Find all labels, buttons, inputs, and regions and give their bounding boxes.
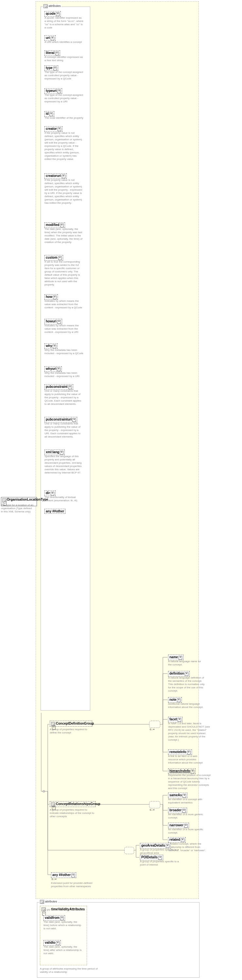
attr-dir[interactable]: dir+ (45, 490, 56, 496)
poidetails-desc: A group of properties specific to a poin… (140, 860, 179, 867)
crg-narrower-desc: An identifier of a more specific concept… (168, 828, 207, 835)
attr-qcode[interactable]: qcode+ (45, 11, 61, 17)
cdg-hierarchyinfo-desc: Represents the position of a concept in … (168, 774, 210, 790)
cdg-definition-desc: A natural language definition of the sem… (168, 676, 207, 692)
geoareadetails-desc: A group of properties specific to a geop… (140, 848, 179, 855)
cdg-note-desc: Additional natural language information … (168, 702, 207, 709)
attr-validfrom[interactable]: validfrom+ (43, 915, 65, 921)
attr-creatoruri-desc: If the property value is not defined, sp… (45, 178, 84, 205)
cdg-facet[interactable]: facet+ (168, 717, 183, 722)
attr-whyuri-desc: Why the metadata has been included - exp… (45, 371, 84, 378)
crg-sameas[interactable]: sameAs+ (168, 792, 187, 798)
time-validity-group: grp timeValidityAttributes – validfrom+ … (40, 906, 87, 965)
attr-modified-desc: The date (and, optionally, the time) whe… (45, 228, 84, 244)
ext-desc: Extension point for provider-defined pro… (51, 881, 94, 888)
switch-icon-2 (149, 801, 160, 808)
cdg-definition[interactable]: definition+ (168, 671, 189, 676)
crg-broader[interactable]: broader+ (168, 808, 187, 813)
attr-literal-desc: A concept identifier expressed as a free… (45, 56, 84, 62)
switch-icon (149, 721, 160, 728)
attr-creator-desc: If the property value is not defined, sp… (45, 132, 84, 161)
cdg-name-desc: A natural language name for the concept. (168, 660, 204, 667)
cdg-remoteinfo-desc: A link to an item or a web resource whic… (168, 755, 207, 765)
cdg-hierarchyinfo[interactable]: hierarchyInfo+ (168, 768, 196, 774)
attr-custom-desc: If set to true the corresponding propert… (45, 260, 84, 286)
attr-type-desc: The type of the concept assigned as cont… (45, 71, 84, 80)
attr-type[interactable]: type+ (45, 65, 58, 71)
expand-icon[interactable]: + (56, 13, 59, 16)
attr-qcode-desc: A qcode: identifier expressed as a strin… (45, 16, 84, 29)
attr-pubconstraint[interactable]: pubconstraint+ (45, 384, 73, 390)
tv-group-name: timeValidityAttributes (51, 907, 85, 911)
crg-related[interactable]: related+ (168, 837, 186, 843)
attr-pubconstrainturi[interactable]: pubconstrainturi+ (45, 417, 77, 423)
attr-validto[interactable]: validto+ (43, 940, 61, 946)
tv-group-desc: A group of attributes expressing the tim… (40, 967, 105, 974)
attr-validto-desc: The date (and, optionally, the time) aft… (43, 945, 83, 955)
crg-card: 0..∞ (150, 808, 155, 811)
attr-validfrom-desc: The date (and, optionally, the time) bef… (43, 921, 83, 930)
attr-why-desc: Why the metadata has been included - exp… (45, 348, 84, 355)
attr-xmllang-desc: Specifies the language of this property … (45, 455, 84, 474)
attributes-label-2: attributes (45, 900, 57, 903)
root-type-label: OrganisationLocationType (7, 498, 48, 501)
cdg-facet-desc: In NAR 1.8 and later, facet is deprecate… (168, 722, 210, 741)
attributes-section-2: attributes grp timeValidityAttributes – … (37, 902, 199, 978)
attr-id[interactable]: id+ (45, 111, 54, 117)
cdg-desc: A group of properties required to define… (50, 728, 92, 734)
attr-xmllang[interactable]: xml:lang+ (45, 450, 65, 455)
attr-modified[interactable]: modified+ (45, 222, 65, 228)
ext-any-other[interactable]: any ##other+ (51, 872, 76, 878)
attributes-label: attributes (49, 4, 61, 8)
attr-uri-desc: A URI which identifies a concept (45, 41, 84, 44)
attr-id-desc: The local identifier of the property (45, 116, 84, 120)
attr-literal[interactable]: literal+ (45, 50, 60, 56)
crg-label: ConceptRelationshipsGroup (56, 802, 100, 806)
root-desc: The type for a location of an organisati… (1, 504, 34, 513)
attr-typeuri-desc: The type of the concept assigned as cont… (45, 94, 84, 103)
concept-relationships-group[interactable]: ConceptRelationshipsGroup– (50, 801, 96, 807)
attr-pubconstraint-desc: One or many constraints that apply to pu… (45, 390, 84, 406)
attr-typeuri[interactable]: typeuri+ (45, 88, 62, 94)
attr-why[interactable]: why+ (45, 344, 57, 349)
attr-pubconstrainturi-desc: One or many constraints that apply to pu… (45, 422, 84, 439)
cdg-note[interactable]: note+ (168, 697, 182, 703)
attr-how[interactable]: how+ (45, 294, 58, 300)
attr-creatoruri[interactable]: creatoruri+ (45, 173, 67, 179)
concept-definition-group[interactable]: ConceptDefinitionGroup– (50, 721, 92, 727)
switch-icon-3 (124, 847, 134, 854)
cdg-label: ConceptDefinitionGroup (56, 722, 94, 725)
geoareadetails[interactable]: geoAreaDetails+ (140, 843, 171, 848)
crg-sameas-desc: An identifier of a concept with equivale… (168, 798, 207, 804)
poidetails[interactable]: POIDetails+ (140, 855, 163, 860)
attr-any-other[interactable]: any ##other (45, 509, 65, 514)
crg-narrower[interactable]: narrower+ (168, 823, 189, 828)
cdg-name[interactable]: name+ (168, 655, 183, 660)
attr-dir-desc: The directionality of textual content (e… (45, 496, 84, 502)
crg-desc: A group of properties required to indica… (50, 808, 96, 818)
attr-whyuri[interactable]: whyuri+ (45, 366, 62, 372)
attr-how-desc: Indicates by which means the value was e… (45, 299, 84, 309)
crg-broader-desc: An identifier of a more generic concept. (168, 813, 207, 819)
attr-uri[interactable]: uri+ (45, 35, 56, 41)
attr-custom[interactable]: custom+ (45, 255, 63, 261)
cdg-card: 0..∞ (150, 728, 155, 731)
cdg-remoteinfo[interactable]: remoteInfo+ (168, 749, 192, 755)
attr-howuri[interactable]: howuri+ (45, 319, 62, 325)
attr-howuri-desc: Indicates by which means the value was e… (45, 324, 84, 334)
ext-card: 0..∞ (52, 878, 57, 881)
attr-creator[interactable]: creator+ (45, 126, 62, 132)
